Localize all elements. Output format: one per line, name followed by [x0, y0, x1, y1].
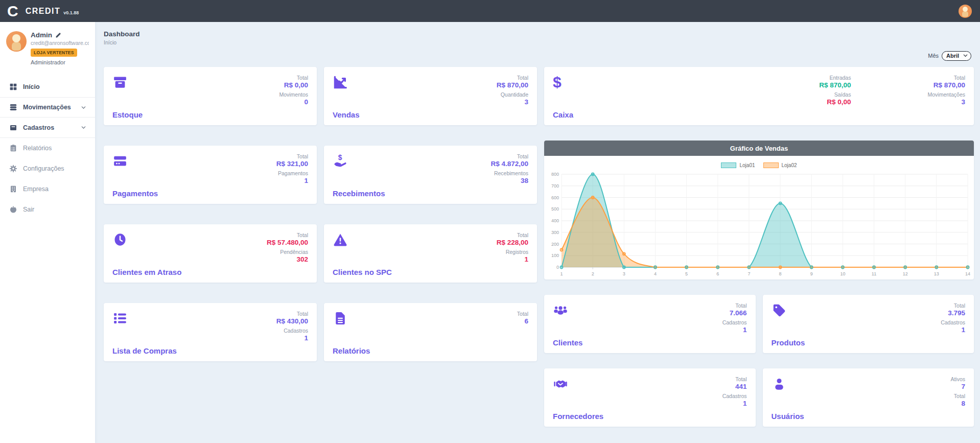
legend-item-loja01[interactable]: Loja01: [721, 162, 755, 168]
svg-text:6: 6: [716, 271, 719, 276]
stat-label: Movimentos: [279, 91, 308, 98]
profile-avatar[interactable]: [6, 31, 27, 52]
chevron-down-icon: [80, 124, 87, 131]
card-recebimentos: $ Recebimentos Total R$ 4.872,00 Recebim…: [324, 146, 537, 204]
card-title[interactable]: Relatórios: [333, 346, 370, 355]
svg-text:800: 800: [551, 172, 559, 177]
card-title[interactable]: Clientes no SPC: [333, 268, 392, 276]
stat-value: 3: [497, 98, 528, 106]
svg-text:9: 9: [810, 271, 813, 276]
card-stats: Total R$ 870,00 Quantidade 3: [497, 75, 528, 119]
topbar-user-avatar[interactable]: [959, 5, 972, 18]
profile-name: Admin: [31, 31, 52, 39]
clock-icon: [112, 232, 128, 247]
sidebar-item-label: Sair: [23, 206, 34, 213]
breadcrumb: Início: [104, 39, 971, 45]
sidebar-item-configuracoes[interactable]: Configurações: [0, 158, 95, 179]
card-estoque: Estoque Total R$ 0,00 Movimentos 0: [104, 67, 317, 125]
card-title[interactable]: Estoque: [112, 110, 143, 119]
svg-text:12: 12: [903, 271, 908, 276]
credit-card-icon: [112, 153, 128, 169]
month-select[interactable]: Abril: [942, 51, 971, 61]
stat-value: R$ 870,00: [819, 81, 851, 89]
card-title[interactable]: Clientes em Atraso: [112, 268, 181, 276]
card-title[interactable]: Pagamentos: [112, 189, 158, 198]
profile-email: credit@anronsoftware.co...: [31, 40, 89, 46]
stat-value: 1: [276, 334, 308, 342]
svg-text:300: 300: [551, 230, 559, 235]
stat-label: Quantidade: [497, 91, 528, 98]
chart-line-icon: [333, 75, 348, 90]
card-caixa: $ Caixa Entradas R$ 870,00 Saídas R$ 0,0…: [544, 67, 974, 125]
profile-section: Admin credit@anronsoftware.co... LOJA VE…: [0, 31, 95, 73]
sidebar-item-label: Início: [23, 83, 40, 90]
stat-value: 3: [927, 98, 965, 106]
database-icon: [9, 103, 17, 111]
svg-text:400: 400: [551, 218, 559, 223]
legend-swatch: [763, 162, 779, 168]
card-usuarios: Usuários Ativos 7 Total 8: [763, 368, 974, 427]
stat-label: Total: [950, 393, 965, 399]
stat-label: Registros: [497, 249, 528, 255]
stat-value: 441: [722, 383, 747, 390]
card-title[interactable]: Recebimentos: [333, 189, 385, 198]
card-stats: Total 3.795 Cadastros 1: [941, 302, 965, 347]
stat-value: R$ 57.480,00: [267, 239, 308, 246]
sidebar-item-cadastros[interactable]: Cadastros: [0, 118, 95, 138]
sidebar-item-inicio[interactable]: Início: [0, 77, 95, 97]
sidebar-item-empresa[interactable]: Empresa: [0, 179, 95, 199]
card-vendas: Vendas Total R$ 870,00 Quantidade 3: [324, 67, 537, 125]
card-title[interactable]: Fornecedores: [553, 412, 603, 421]
brand-name: CREDIT: [26, 7, 61, 16]
sidebar-item-label: Relatórios: [23, 145, 52, 152]
sidebar-item-relatorios[interactable]: Relatórios: [0, 138, 95, 158]
stat-label: Pagamentos: [276, 170, 308, 176]
card-stats: Ativos 7 Total 8: [950, 376, 965, 421]
page-title: Dashboard: [104, 30, 971, 38]
stat-value: 7.066: [722, 309, 747, 317]
card-title[interactable]: Clientes: [553, 338, 582, 347]
sidebar-menu: Início Movimentações Cadastros Relatório…: [0, 77, 95, 220]
svg-text:10: 10: [840, 271, 845, 276]
card-title[interactable]: Lista de Compras: [112, 346, 177, 355]
gear-icon: [9, 165, 17, 173]
stat-label: Recebimentos: [491, 170, 528, 176]
stat-label: Ativos: [950, 376, 965, 382]
file-lines-icon: [333, 311, 348, 326]
sidebar-item-sair[interactable]: Sair: [0, 199, 95, 220]
stat-label: Total: [267, 232, 308, 238]
card-stats: Entradas R$ 870,00 Saídas R$ 0,00 Total …: [819, 75, 965, 119]
card-relatorios: Relatórios Total 6: [324, 303, 537, 361]
sales-chart-svg: 0100200300400500600700800123456789101112…: [545, 170, 973, 278]
card-clientes: Clientes Total 7.066 Cadastros 1: [544, 295, 756, 353]
svg-text:3: 3: [623, 271, 625, 276]
stat-label: Cadastros: [941, 319, 965, 325]
card-title[interactable]: Caixa: [553, 110, 573, 119]
svg-text:$: $: [338, 154, 342, 161]
stat-label: Total: [941, 302, 965, 309]
card-fornecedores: Fornecedores Total 441 Cadastros 1: [544, 368, 756, 427]
topbar: C CREDIT v0.1.88: [0, 0, 980, 22]
card-title[interactable]: Usuários: [772, 412, 804, 421]
main-content: Dashboard Início Mês Abril Estoque Total: [95, 22, 980, 443]
card-title[interactable]: Produtos: [772, 338, 805, 347]
legend-item-loja02[interactable]: Loja02: [763, 162, 797, 168]
sidebar-item-movimentacoes[interactable]: Movimentações: [0, 97, 95, 118]
user-icon: [772, 376, 787, 391]
users-icon: [553, 302, 568, 318]
sidebar-item-label: Empresa: [23, 185, 49, 193]
stat-label: Total: [491, 153, 528, 159]
dollar-sign-icon: $: [553, 75, 573, 90]
dashboard-grid-icon: [9, 83, 17, 91]
card-title[interactable]: Vendas: [333, 110, 360, 119]
hand-holding-dollar-icon: $: [333, 153, 348, 169]
stat-value: 8: [950, 400, 965, 407]
stat-value: 1: [276, 177, 308, 184]
app-version: v0.1.88: [63, 10, 79, 15]
stat-value: 6: [517, 317, 528, 325]
edit-pencil-icon[interactable]: [55, 32, 62, 38]
card-stats: Total 7.066 Cadastros 1: [722, 302, 747, 347]
month-filter-label: Mês: [928, 53, 939, 59]
stat-value: 1: [722, 326, 747, 334]
stat-value: R$ 228,00: [497, 239, 528, 246]
